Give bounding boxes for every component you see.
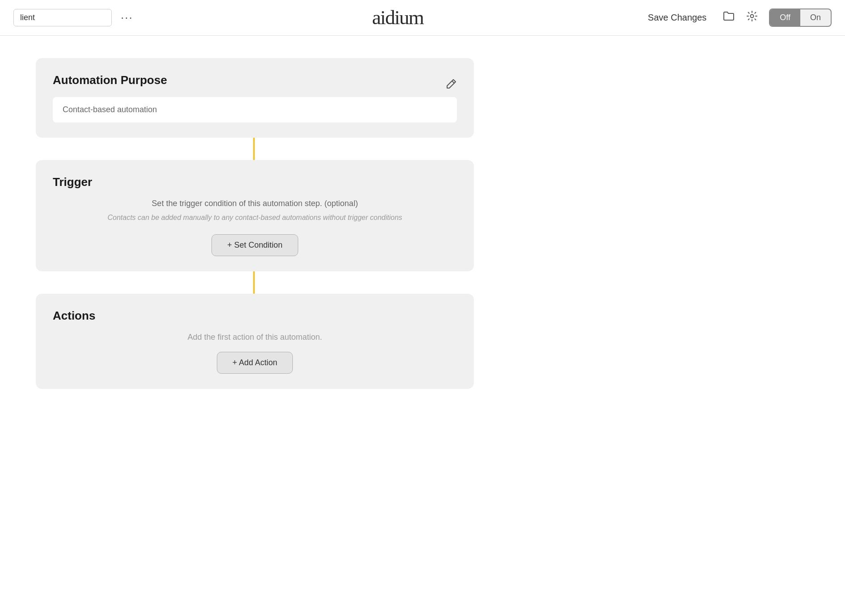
actions-description: Add the first action of this automation.: [53, 333, 457, 342]
logo-area: aidium: [372, 5, 473, 30]
aidium-logo: aidium: [372, 5, 473, 29]
trigger-card: Trigger Set the trigger condition of thi…: [36, 160, 474, 271]
edit-icon[interactable]: [445, 78, 457, 93]
toggle-off-button[interactable]: Off: [770, 9, 800, 26]
automation-purpose-header: Automation Purpose: [53, 73, 457, 97]
add-action-button[interactable]: + Add Action: [217, 352, 293, 374]
save-changes-button[interactable]: Save Changes: [642, 9, 712, 26]
search-input[interactable]: [13, 9, 112, 26]
more-options-icon[interactable]: ···: [121, 11, 133, 25]
automation-purpose-card: Automation Purpose: [36, 58, 474, 138]
svg-text:aidium: aidium: [372, 6, 424, 28]
trigger-description: Set the trigger condition of this automa…: [53, 199, 457, 208]
main-content: Automation Purpose Trigger Set the trigg…: [0, 36, 537, 411]
connector-line-2: [253, 271, 255, 294]
actions-card: Actions Add the first action of this aut…: [36, 294, 474, 389]
automation-purpose-title: Automation Purpose: [53, 73, 167, 87]
header: ··· aidium Save Changes: [0, 0, 845, 36]
connector-line-1: [253, 138, 255, 160]
toggle-on-button[interactable]: On: [800, 9, 831, 26]
header-right: Save Changes Off On: [642, 8, 832, 27]
folder-icon[interactable]: [722, 10, 735, 25]
trigger-title: Trigger: [53, 175, 457, 189]
automation-purpose-input[interactable]: [53, 97, 457, 122]
trigger-note: Contacts can be added manually to any co…: [53, 214, 457, 222]
header-left: ···: [13, 9, 133, 26]
svg-point-1: [751, 15, 754, 18]
set-condition-button[interactable]: + Set Condition: [211, 234, 298, 256]
toggle-switch: Off On: [769, 8, 832, 27]
gear-icon[interactable]: [746, 10, 758, 25]
actions-title: Actions: [53, 309, 457, 323]
